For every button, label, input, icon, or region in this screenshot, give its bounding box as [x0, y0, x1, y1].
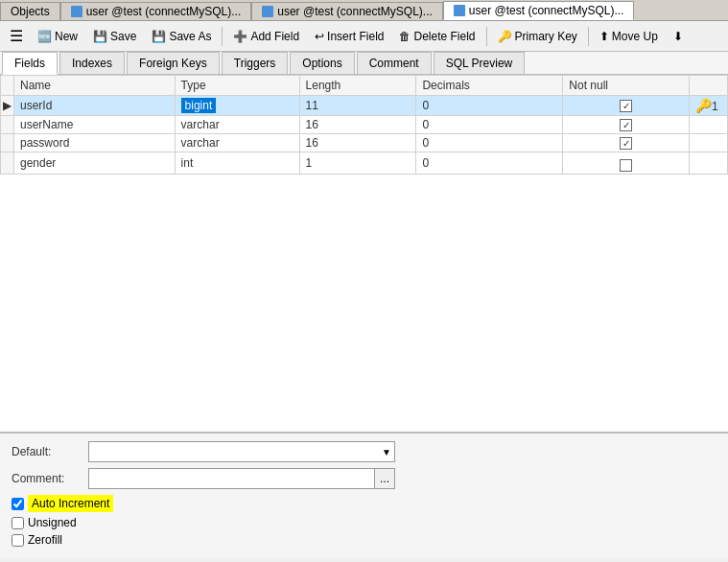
default-label: Default:	[12, 445, 88, 458]
tab1-label: user @test (connectMySQL)...	[86, 5, 242, 18]
delete-field-icon: 🗑	[399, 30, 411, 43]
menu-icon[interactable]: ☰	[4, 25, 29, 47]
col-decimals-header: Decimals	[416, 76, 563, 96]
comment-label: Comment:	[12, 472, 88, 485]
move-up-icon: ⬆	[599, 30, 609, 43]
new-icon: 🆕	[37, 30, 52, 43]
primary-key-icon: 🔑	[498, 30, 512, 43]
col-type-header: Type	[175, 76, 299, 96]
col-indicator	[1, 76, 14, 96]
tab-fields[interactable]: Fields	[2, 52, 58, 75]
field-key	[690, 152, 728, 175]
col-notnull-header: Not null	[563, 76, 690, 96]
tab-foreign-keys[interactable]: Foreign Keys	[127, 52, 220, 74]
field-key: 🔑1	[690, 96, 728, 116]
toolbar: ☰ 🆕 New 💾 Save 💾 Save As ➕ Add Field ↩ I…	[0, 21, 728, 52]
field-type: bigint	[175, 96, 299, 116]
field-length: 16	[299, 134, 416, 152]
add-field-icon: ➕	[233, 30, 247, 43]
field-type: varchar	[175, 116, 299, 134]
col-length-header: Length	[299, 76, 416, 96]
main-content: Name Type Length Decimals Not null ▶user…	[0, 75, 728, 558]
unsigned-row: Unsigned	[12, 516, 716, 529]
field-length: 16	[299, 116, 416, 134]
zerofill-label: Zerofill	[28, 533, 62, 547]
tab3-label: user @test (connectMySQL)...	[469, 4, 624, 17]
bottom-panel: Default: ▼ Comment: ... Auto Increment U…	[0, 432, 728, 558]
tab2[interactable]: user @test (connectMySQL)...	[251, 2, 443, 20]
separator3	[588, 27, 589, 46]
field-name: userName	[14, 116, 176, 134]
separator1	[222, 27, 223, 46]
fields-table: Name Type Length Decimals Not null ▶user…	[0, 75, 728, 175]
default-row: Default: ▼	[12, 441, 716, 462]
field-notnull[interactable]	[563, 116, 690, 134]
field-name: userId	[14, 96, 176, 116]
objects-tab-label: Objects	[11, 5, 50, 18]
comment-ellipsis-button[interactable]: ...	[374, 468, 395, 489]
unsigned-checkbox[interactable]	[12, 517, 24, 529]
table-wrapper[interactable]: Name Type Length Decimals Not null ▶user…	[0, 75, 728, 432]
field-type: varchar	[175, 134, 299, 152]
field-decimals: 0	[416, 96, 563, 116]
tab1[interactable]: user @test (connectMySQL)...	[60, 2, 252, 20]
auto-increment-label: Auto Increment	[28, 495, 113, 512]
zerofill-row: Zerofill	[12, 533, 716, 547]
save-icon: 💾	[93, 30, 107, 43]
tab-indexes[interactable]: Indexes	[59, 52, 125, 74]
row-indicator	[1, 116, 14, 134]
auto-increment-checkbox[interactable]	[12, 498, 24, 510]
objects-tab[interactable]: Objects	[0, 2, 60, 20]
insert-field-icon: ↩	[315, 30, 324, 43]
col-key-header	[690, 76, 728, 96]
unsigned-label: Unsigned	[28, 516, 77, 529]
save-as-button[interactable]: 💾 Save As	[145, 27, 218, 46]
tabs-row: Fields Indexes Foreign Keys Triggers Opt…	[0, 52, 728, 75]
comment-input-group: ...	[88, 468, 395, 489]
field-notnull[interactable]	[563, 134, 690, 152]
add-field-button[interactable]: ➕ Add Field	[226, 27, 306, 46]
default-select[interactable]	[88, 441, 395, 462]
tab2-icon	[262, 6, 273, 17]
field-notnull[interactable]	[563, 152, 690, 175]
tab-options[interactable]: Options	[290, 52, 354, 74]
new-button[interactable]: 🆕 New	[31, 27, 84, 46]
tab3-icon	[454, 5, 465, 16]
comment-input[interactable]	[88, 468, 374, 489]
field-decimals: 0	[416, 134, 563, 152]
field-decimals: 0	[416, 116, 563, 134]
field-length: 11	[299, 96, 416, 116]
tab-triggers[interactable]: Triggers	[222, 52, 289, 74]
default-select-wrapper: ▼	[88, 441, 395, 462]
zerofill-checkbox[interactable]	[12, 534, 24, 547]
save-button[interactable]: 💾 Save	[86, 27, 143, 46]
field-type: int	[175, 152, 299, 175]
tab3[interactable]: user @test (connectMySQL)...	[443, 1, 635, 20]
table-row[interactable]: ▶userIdbigint110🔑1	[1, 96, 728, 116]
row-indicator	[1, 152, 14, 175]
row-indicator: ▶	[1, 96, 14, 116]
save-as-icon: 💾	[152, 30, 166, 43]
delete-field-button[interactable]: 🗑 Delete Field	[392, 27, 481, 46]
move-down-icon: ⬇	[673, 30, 683, 43]
auto-increment-row: Auto Increment	[12, 495, 716, 512]
table-row[interactable]: userNamevarchar160	[1, 116, 728, 134]
field-notnull[interactable]	[563, 96, 690, 116]
comment-row: Comment: ...	[12, 468, 716, 489]
move-up-button[interactable]: ⬆ Move Up	[593, 27, 665, 46]
insert-field-button[interactable]: ↩ Insert Field	[308, 27, 390, 46]
primary-key-icon: 🔑	[695, 98, 712, 113]
table-row[interactable]: genderint10	[1, 152, 728, 175]
field-length: 1	[299, 152, 416, 175]
field-name: gender	[14, 152, 176, 175]
field-decimals: 0	[416, 152, 563, 175]
table-row[interactable]: passwordvarchar160	[1, 134, 728, 152]
col-name-header: Name	[14, 76, 176, 96]
separator2	[486, 27, 487, 46]
tab-comment[interactable]: Comment	[357, 52, 432, 74]
field-key	[690, 116, 728, 134]
primary-key-button[interactable]: 🔑 Primary Key	[491, 27, 584, 46]
tab-sql-preview[interactable]: SQL Preview	[434, 52, 526, 74]
move-down-button[interactable]: ⬇	[667, 27, 690, 46]
row-indicator	[1, 134, 14, 152]
